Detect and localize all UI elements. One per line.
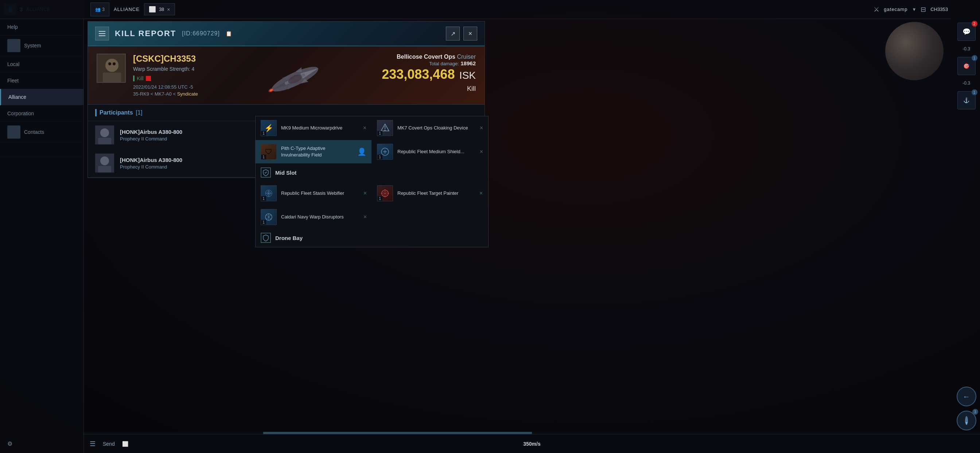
sidebar-item-alliance[interactable]: Alliance xyxy=(0,89,83,105)
right-panel: 💬 2 -0.3 🎯 1 -0.3 ⚓ 1 ← 3 xyxy=(953,19,980,434)
sidebar-item-fleet[interactable]: Fleet xyxy=(0,73,83,89)
module-item-republic-stasis: 1 Republic Fleet Stasis Webifier × xyxy=(256,182,372,205)
kill-report-id: [ID:6690729] xyxy=(182,30,220,37)
module-item-mk7-cloaking: 1 MK7 Covert Ops Cloaking Device × xyxy=(372,116,488,140)
kill-report-header: KILL REPORT [ID:6690729] 📋 ↗ × xyxy=(88,22,485,46)
mid-slot-icon xyxy=(261,167,271,178)
total-damage-value: 18962 xyxy=(460,60,476,66)
sidebar-item-system[interactable]: System xyxy=(24,43,41,48)
module-item-mk9-microwarp: ⚡ 1 MK9 Medium Microwarpdrive × xyxy=(256,116,372,140)
menu-hamburger-button[interactable] xyxy=(95,27,109,40)
sidebar-item-label: System xyxy=(24,43,41,48)
module-item-republic-target-painter: 1 Republic Fleet Target Painter × xyxy=(372,182,488,205)
kill-report-title: KILL REPORT xyxy=(115,29,176,38)
right-ship-btn: 3 xyxy=(957,411,976,431)
hamburger-line-2 xyxy=(99,33,105,34)
module-name-republic-shield: Republic Fleet Medium Shield... xyxy=(398,148,476,155)
module-icon-republic-shield: 1 xyxy=(377,144,393,160)
topbar-alliance-label: ALLIANCE xyxy=(114,6,140,12)
ship-class: Cruiser xyxy=(457,54,476,60)
kill-label: Kill xyxy=(137,75,144,81)
module-close-stasis-button[interactable]: × xyxy=(363,190,367,196)
module-count-mk7: 1 xyxy=(377,131,382,136)
isk-row: 233,083,468 ISK xyxy=(382,67,476,82)
module-count-mk9: 1 xyxy=(261,131,266,136)
sidebar-item-label: Fleet xyxy=(7,78,19,83)
topbar-players: 👥 3 xyxy=(91,3,110,16)
module-close-caldari-button[interactable]: × xyxy=(363,214,367,220)
module-item-pith-adaptive: 🛡 1 Pith C-Type Adaptive Invulnerability… xyxy=(256,140,372,164)
svg-rect-18 xyxy=(98,138,111,144)
gatecamp-label: gatecamp xyxy=(884,6,907,12)
hamburger-bottom-icon[interactable]: ☰ xyxy=(90,440,95,448)
shield-icon: 🛡 xyxy=(265,148,272,156)
total-damage-label: Total damage: xyxy=(429,61,459,66)
module-add-pith-button[interactable]: 👤 xyxy=(357,147,366,156)
module-item-republic-shield: 1 Republic Fleet Medium Shield... × xyxy=(372,140,488,164)
module-close-republic-shield-button[interactable]: × xyxy=(480,148,483,155)
svg-point-45 xyxy=(384,193,386,194)
sidebar-item-corporation[interactable]: Corporation xyxy=(0,105,83,122)
badge-count-3: 3 xyxy=(972,409,978,415)
victim-avatar-image xyxy=(97,54,125,82)
participants-indicator xyxy=(95,109,97,116)
kill-badge: Kill xyxy=(133,75,151,81)
ship-name: Bellicose Covert Ops xyxy=(397,54,455,60)
sidebar-item-contacts[interactable]: Contacts xyxy=(24,129,44,135)
hamburger-line-3 xyxy=(99,35,105,36)
module-count-republic-shield: 1 xyxy=(377,155,382,160)
sidebar-item-local[interactable]: Local xyxy=(0,56,83,73)
send-button[interactable]: Send xyxy=(103,441,115,447)
external-link-button[interactable]: ↗ xyxy=(446,27,460,40)
topbar-target-name: CH3353 xyxy=(931,6,948,12)
right-btn-3: ⚓ 1 xyxy=(958,91,975,109)
players-count: 3 xyxy=(102,7,105,12)
window-icon: ⬜ xyxy=(149,6,156,13)
sidebar-item-help[interactable]: Help xyxy=(0,19,83,35)
participants-title: Participants xyxy=(100,109,133,116)
svg-rect-26 xyxy=(98,166,111,172)
topbar: 👥 3 ALLIANCE ⬜ 38 × ⚔ gatecamp ▼ ⊟ CH335… xyxy=(0,0,951,19)
players-icon: 👥 xyxy=(95,7,100,12)
right-btn-2: 🎯 1 xyxy=(958,57,975,75)
participants-count: [1] xyxy=(136,109,143,116)
hamburger-line-1 xyxy=(99,31,105,32)
module-name-target-painter: Republic Fleet Target Painter xyxy=(398,190,475,196)
topbar-close-icon[interactable]: × xyxy=(167,6,170,13)
modules-grid: ⚡ 1 MK9 Medium Microwarpdrive × 1 MK7 Co… xyxy=(256,116,488,247)
sidebar-item-label: Corporation xyxy=(7,110,34,116)
bottom-bar: ☰ Send ⬜ 350m/s xyxy=(84,434,980,453)
settings-gear-icon[interactable]: ⚙ xyxy=(0,434,83,453)
avatar-system xyxy=(7,39,21,52)
module-close-mk7-button[interactable]: × xyxy=(480,125,483,131)
filter-icon[interactable]: ⊟ xyxy=(921,5,926,13)
module-icon-mk7-cloaking: 1 xyxy=(377,120,393,136)
module-close-target-painter-button[interactable]: × xyxy=(479,190,483,196)
copy-id-icon[interactable]: 📋 xyxy=(226,30,232,37)
close-kill-report-button[interactable]: × xyxy=(463,27,477,40)
dropdown-chevron-icon[interactable]: ▼ xyxy=(912,7,916,12)
mid-slot-title: Mid Slot xyxy=(275,170,296,176)
module-name-mk7: MK7 Covert Ops Cloaking Device xyxy=(398,125,476,131)
participant-1-avatar-svg xyxy=(95,126,114,144)
module-close-mk9-button[interactable]: × xyxy=(363,125,366,131)
sidebar-item-label: Alliance xyxy=(8,94,26,100)
victim-avatar-svg xyxy=(97,54,126,83)
header-actions: ↗ × xyxy=(446,27,477,40)
ship-circle-icon xyxy=(961,415,972,426)
topbar-windows: ⬜ 38 × xyxy=(144,3,175,15)
module-item-caldari-warp: 1 Caldari Navy Warp Disruptors × xyxy=(256,205,372,229)
moon-decoration xyxy=(885,22,943,80)
module-icon-caldari-warp: 1 xyxy=(261,209,277,225)
module-name-caldari: Caldari Navy Warp Disruptors xyxy=(281,214,359,220)
svg-point-25 xyxy=(100,156,109,165)
left-arrow-button[interactable]: ← xyxy=(957,387,976,406)
right-bottom-buttons: ← 3 xyxy=(957,387,976,431)
victim-section: [CSKC]CH3353 Warp Scramble Strength: 4 K… xyxy=(88,46,485,105)
swords-icon: ⚔ xyxy=(873,5,880,13)
total-damage-row: Total damage: 18962 xyxy=(382,60,476,67)
module-name-pith: Pith C-Type Adaptive Invulnerability Fie… xyxy=(281,145,353,158)
module-count-caldari: 1 xyxy=(261,220,266,225)
module-icon-republic-target: 1 xyxy=(377,185,393,201)
drone-bay-icon xyxy=(261,233,271,243)
